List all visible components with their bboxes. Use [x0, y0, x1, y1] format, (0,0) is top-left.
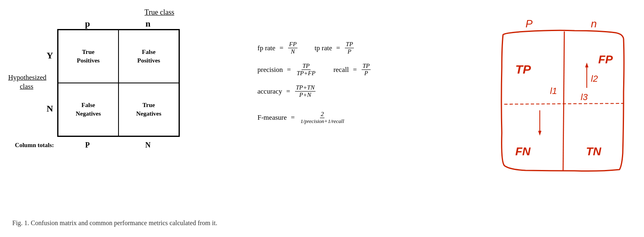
svg-line-1 [504, 103, 624, 104]
confusion-matrix-grid: TruePositives FalsePositives FalseNegati… [57, 29, 180, 137]
diagram-fn-label: FN [515, 145, 531, 158]
diagram-tp-label: TP [515, 63, 531, 76]
page-container: True class p n Hypothesized class [0, 0, 644, 237]
tp-rate-formula: tp rate = TP P [315, 41, 355, 55]
formula-row-4: F-measure = 2 1/precision+1/recall [257, 111, 482, 125]
formula-row-1: fp rate = FP N tp rate = TP P [257, 41, 482, 55]
cell-fp: FalsePositives [119, 30, 179, 83]
diagram-tn-label: TN [586, 145, 602, 158]
hypothesized-label: Hypothesized class [8, 74, 46, 90]
fmeasure-frac: 2 1/precision+1/recall [300, 111, 345, 125]
fp-rate-frac: FP N [288, 41, 297, 55]
diagram-l3-label: l3 [581, 92, 588, 102]
recall-frac: TP P [362, 63, 371, 77]
diagram-l2-label: l2 [591, 74, 598, 84]
svg-line-0 [563, 31, 564, 170]
col-header-n: n [118, 18, 178, 29]
true-class-label: True class [57, 8, 262, 17]
row-label-y: Y [47, 29, 53, 82]
accuracy-frac: TP+TN P+N [295, 84, 315, 98]
diagram-l1-label: l1 [550, 86, 557, 96]
fp-rate-formula: fp rate = FP N [257, 41, 298, 55]
precision-formula: precision = TP TP+FP [257, 63, 317, 77]
formula-row-3: accuracy = TP+TN P+N [257, 84, 482, 98]
cell-fn: FalseNegatives [58, 83, 119, 136]
hand-drawn-diagram: P n TP FP l2 l3 l1 FN TN [493, 10, 632, 186]
svg-marker-5 [538, 131, 541, 136]
recall-formula: recall = TP P [333, 63, 371, 77]
formulas-section: fp rate = FP N tp rate = TP P precision [257, 41, 482, 132]
col-total-n: N [118, 141, 178, 150]
figure-caption: Fig. 1. Confusion matrix and common perf… [12, 219, 217, 227]
col-headers: p n [57, 18, 262, 29]
matrix-section: True class p n Hypothesized class [8, 8, 262, 150]
fmeasure-formula: F-measure = 2 1/precision+1/recall [257, 111, 346, 125]
col-totals: Column totals: P N [8, 141, 262, 150]
col-total-p: P [57, 141, 118, 150]
precision-frac: TP TP+FP [296, 63, 316, 77]
accuracy-formula: accuracy = TP+TN P+N [257, 84, 316, 98]
formula-row-2: precision = TP TP+FP recall = TP P [257, 63, 482, 77]
row-label-n: N [47, 82, 53, 135]
diagram-n-label: n [591, 18, 597, 30]
cell-tn: TrueNegatives [119, 83, 179, 136]
col-totals-label: Column totals: [8, 142, 57, 149]
diagram-svg: P n TP FP l2 l3 l1 FN TN [493, 10, 632, 186]
cell-tp: TruePositives [58, 30, 119, 83]
svg-marker-3 [585, 63, 588, 67]
col-header-p: p [57, 18, 118, 29]
diagram-p-label: P [525, 18, 533, 30]
diagram-fp-label: FP [598, 53, 613, 66]
tp-rate-frac: TP P [345, 41, 354, 55]
